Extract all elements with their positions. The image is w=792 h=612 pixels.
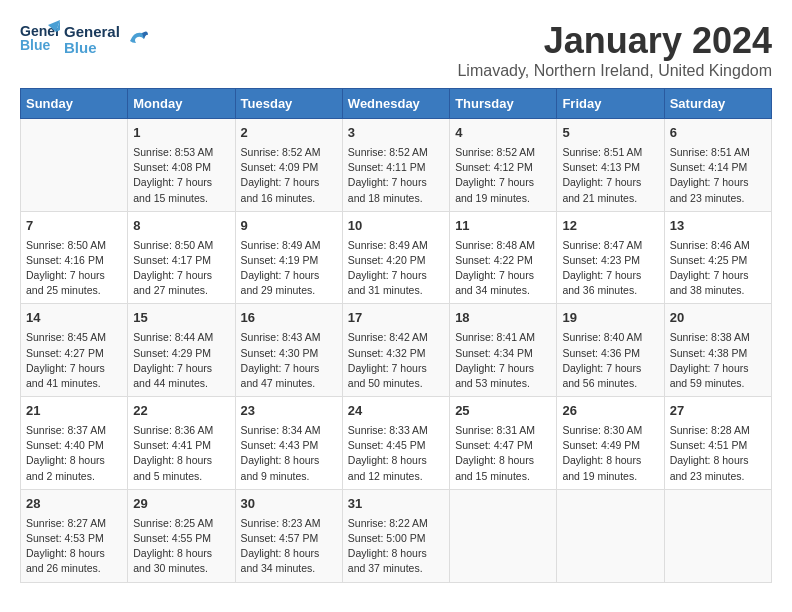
day-info: Sunrise: 8:51 AMSunset: 4:13 PMDaylight:… (562, 145, 658, 206)
day-number: 19 (562, 309, 658, 328)
day-number: 21 (26, 402, 122, 421)
day-info: Sunrise: 8:49 AMSunset: 4:20 PMDaylight:… (348, 238, 444, 299)
day-cell: 22Sunrise: 8:36 AMSunset: 4:41 PMDayligh… (128, 397, 235, 490)
column-header-saturday: Saturday (664, 89, 771, 119)
day-number: 12 (562, 217, 658, 236)
day-info: Sunrise: 8:46 AMSunset: 4:25 PMDaylight:… (670, 238, 766, 299)
location: Limavady, Northern Ireland, United Kingd… (457, 62, 772, 80)
day-info: Sunrise: 8:28 AMSunset: 4:51 PMDaylight:… (670, 423, 766, 484)
day-info: Sunrise: 8:42 AMSunset: 4:32 PMDaylight:… (348, 330, 444, 391)
day-cell: 19Sunrise: 8:40 AMSunset: 4:36 PMDayligh… (557, 304, 664, 397)
logo: General Blue General Blue (20, 20, 148, 60)
day-cell: 25Sunrise: 8:31 AMSunset: 4:47 PMDayligh… (450, 397, 557, 490)
day-cell (557, 489, 664, 582)
day-number: 26 (562, 402, 658, 421)
day-info: Sunrise: 8:51 AMSunset: 4:14 PMDaylight:… (670, 145, 766, 206)
week-row-4: 21Sunrise: 8:37 AMSunset: 4:40 PMDayligh… (21, 397, 772, 490)
day-number: 5 (562, 124, 658, 143)
day-number: 31 (348, 495, 444, 514)
day-cell: 12Sunrise: 8:47 AMSunset: 4:23 PMDayligh… (557, 211, 664, 304)
day-number: 15 (133, 309, 229, 328)
day-cell: 17Sunrise: 8:42 AMSunset: 4:32 PMDayligh… (342, 304, 449, 397)
day-number: 18 (455, 309, 551, 328)
day-number: 6 (670, 124, 766, 143)
column-header-monday: Monday (128, 89, 235, 119)
svg-text:Blue: Blue (20, 37, 51, 53)
day-info: Sunrise: 8:30 AMSunset: 4:49 PMDaylight:… (562, 423, 658, 484)
day-cell: 27Sunrise: 8:28 AMSunset: 4:51 PMDayligh… (664, 397, 771, 490)
day-cell: 3Sunrise: 8:52 AMSunset: 4:11 PMDaylight… (342, 119, 449, 212)
day-cell (450, 489, 557, 582)
day-info: Sunrise: 8:36 AMSunset: 4:41 PMDaylight:… (133, 423, 229, 484)
day-number: 2 (241, 124, 337, 143)
day-cell (21, 119, 128, 212)
calendar-table: SundayMondayTuesdayWednesdayThursdayFrid… (20, 88, 772, 583)
day-cell: 11Sunrise: 8:48 AMSunset: 4:22 PMDayligh… (450, 211, 557, 304)
day-cell: 5Sunrise: 8:51 AMSunset: 4:13 PMDaylight… (557, 119, 664, 212)
day-info: Sunrise: 8:44 AMSunset: 4:29 PMDaylight:… (133, 330, 229, 391)
logo-icon: General Blue (20, 20, 60, 60)
day-cell: 23Sunrise: 8:34 AMSunset: 4:43 PMDayligh… (235, 397, 342, 490)
day-number: 25 (455, 402, 551, 421)
day-info: Sunrise: 8:23 AMSunset: 4:57 PMDaylight:… (241, 516, 337, 577)
day-cell: 1Sunrise: 8:53 AMSunset: 4:08 PMDaylight… (128, 119, 235, 212)
page-header: General Blue General Blue January 2024 L… (20, 20, 772, 80)
day-number: 13 (670, 217, 766, 236)
column-header-tuesday: Tuesday (235, 89, 342, 119)
day-number: 9 (241, 217, 337, 236)
title-block: January 2024 Limavady, Northern Ireland,… (457, 20, 772, 80)
day-info: Sunrise: 8:38 AMSunset: 4:38 PMDaylight:… (670, 330, 766, 391)
day-number: 8 (133, 217, 229, 236)
day-cell: 2Sunrise: 8:52 AMSunset: 4:09 PMDaylight… (235, 119, 342, 212)
day-cell: 21Sunrise: 8:37 AMSunset: 4:40 PMDayligh… (21, 397, 128, 490)
day-cell: 26Sunrise: 8:30 AMSunset: 4:49 PMDayligh… (557, 397, 664, 490)
day-number: 10 (348, 217, 444, 236)
week-row-2: 7Sunrise: 8:50 AMSunset: 4:16 PMDaylight… (21, 211, 772, 304)
day-number: 28 (26, 495, 122, 514)
day-info: Sunrise: 8:45 AMSunset: 4:27 PMDaylight:… (26, 330, 122, 391)
day-info: Sunrise: 8:53 AMSunset: 4:08 PMDaylight:… (133, 145, 229, 206)
day-cell: 10Sunrise: 8:49 AMSunset: 4:20 PMDayligh… (342, 211, 449, 304)
day-number: 17 (348, 309, 444, 328)
day-info: Sunrise: 8:27 AMSunset: 4:53 PMDaylight:… (26, 516, 122, 577)
day-cell: 4Sunrise: 8:52 AMSunset: 4:12 PMDaylight… (450, 119, 557, 212)
day-cell: 9Sunrise: 8:49 AMSunset: 4:19 PMDaylight… (235, 211, 342, 304)
day-number: 24 (348, 402, 444, 421)
day-info: Sunrise: 8:22 AMSunset: 5:00 PMDaylight:… (348, 516, 444, 577)
day-info: Sunrise: 8:41 AMSunset: 4:34 PMDaylight:… (455, 330, 551, 391)
day-number: 27 (670, 402, 766, 421)
day-cell: 6Sunrise: 8:51 AMSunset: 4:14 PMDaylight… (664, 119, 771, 212)
column-header-sunday: Sunday (21, 89, 128, 119)
day-number: 29 (133, 495, 229, 514)
week-row-5: 28Sunrise: 8:27 AMSunset: 4:53 PMDayligh… (21, 489, 772, 582)
week-row-1: 1Sunrise: 8:53 AMSunset: 4:08 PMDaylight… (21, 119, 772, 212)
day-cell: 14Sunrise: 8:45 AMSunset: 4:27 PMDayligh… (21, 304, 128, 397)
day-cell: 15Sunrise: 8:44 AMSunset: 4:29 PMDayligh… (128, 304, 235, 397)
day-info: Sunrise: 8:52 AMSunset: 4:09 PMDaylight:… (241, 145, 337, 206)
day-cell: 30Sunrise: 8:23 AMSunset: 4:57 PMDayligh… (235, 489, 342, 582)
day-cell: 7Sunrise: 8:50 AMSunset: 4:16 PMDaylight… (21, 211, 128, 304)
day-number: 23 (241, 402, 337, 421)
logo-text: General Blue (64, 24, 120, 57)
day-info: Sunrise: 8:48 AMSunset: 4:22 PMDaylight:… (455, 238, 551, 299)
column-header-friday: Friday (557, 89, 664, 119)
day-cell (664, 489, 771, 582)
day-number: 16 (241, 309, 337, 328)
day-info: Sunrise: 8:33 AMSunset: 4:45 PMDaylight:… (348, 423, 444, 484)
day-number: 3 (348, 124, 444, 143)
month-title: January 2024 (457, 20, 772, 62)
day-cell: 24Sunrise: 8:33 AMSunset: 4:45 PMDayligh… (342, 397, 449, 490)
day-info: Sunrise: 8:52 AMSunset: 4:11 PMDaylight:… (348, 145, 444, 206)
day-cell: 31Sunrise: 8:22 AMSunset: 5:00 PMDayligh… (342, 489, 449, 582)
day-info: Sunrise: 8:49 AMSunset: 4:19 PMDaylight:… (241, 238, 337, 299)
day-cell: 20Sunrise: 8:38 AMSunset: 4:38 PMDayligh… (664, 304, 771, 397)
day-number: 4 (455, 124, 551, 143)
day-cell: 29Sunrise: 8:25 AMSunset: 4:55 PMDayligh… (128, 489, 235, 582)
day-info: Sunrise: 8:47 AMSunset: 4:23 PMDaylight:… (562, 238, 658, 299)
day-cell: 28Sunrise: 8:27 AMSunset: 4:53 PMDayligh… (21, 489, 128, 582)
column-header-wednesday: Wednesday (342, 89, 449, 119)
day-cell: 8Sunrise: 8:50 AMSunset: 4:17 PMDaylight… (128, 211, 235, 304)
day-number: 20 (670, 309, 766, 328)
column-headers: SundayMondayTuesdayWednesdayThursdayFrid… (21, 89, 772, 119)
day-number: 1 (133, 124, 229, 143)
